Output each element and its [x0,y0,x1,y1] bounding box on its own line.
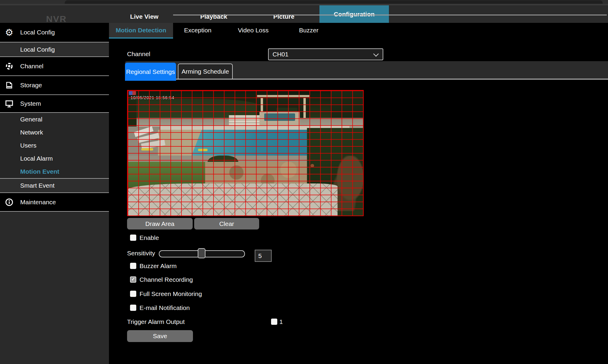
tab-regional-settings[interactable]: Regional Settings [125,63,176,81]
info-icon [5,198,14,207]
video-preview: 10/05/2021 18:56:54 [127,90,364,216]
main-navbar: NVR Live View Playback Picture Configura… [0,5,608,23]
nvr-logo: NVR [46,14,66,24]
channel-select-value: CH01 [273,51,289,58]
sidebar-empty-area [0,212,109,364]
sidebar-subitem-label: Motion Event [20,168,59,175]
sidebar-item-system[interactable]: System [0,95,109,112]
sidebar-subitem-label: Local Alarm [20,155,53,162]
sidebar-subitem-label: Network [20,129,43,136]
sidebar-item-label: Channel [20,63,43,70]
subtab-motion-detection-label[interactable]: Motion Detection [116,27,166,34]
clear-button[interactable]: Clear [194,218,259,230]
channel-recording-label: Channel Recording [140,276,193,283]
motion-detection-grid[interactable] [127,90,364,216]
monitor-icon [5,99,14,108]
gear-icon: ⚙ [5,28,14,37]
sensitivity-slider-thumb[interactable] [198,248,205,258]
channel-recording-checkbox[interactable] [130,276,136,283]
sidebar-subitem-label: Users [20,142,37,149]
email-notification-label: E-mail Notification [140,304,190,311]
nav-live-view[interactable]: Live View [130,13,158,20]
subtab-active-underline [109,37,173,39]
subtab-video-loss[interactable]: Video Loss [238,27,269,34]
sidebar-item-maintenance[interactable]: Maintenance [0,193,109,211]
sidebar-item-label: System [20,100,41,107]
sidebar-item-channel[interactable]: Channel [0,57,109,75]
storage-icon [5,81,14,90]
draw-area-button[interactable]: Draw Area [127,218,193,230]
sidebar-item-label: Maintenance [20,199,56,206]
channel-icon [5,62,14,71]
sidebar-item-storage[interactable]: Storage [0,76,109,94]
sidebar-subitem-smart-event[interactable]: Smart Event [0,179,109,192]
sidebar-subitem-label: Smart Event [20,182,55,189]
nvr-configuration-page: NVR Live View Playback Picture Configura… [0,0,608,364]
sidebar-item-label: Storage [20,82,42,89]
tab-arming-schedule[interactable]: Arming Schedule [178,64,233,79]
sidebar-subitem-general[interactable]: General [0,113,109,126]
sidebar-subitem-label: Local Config [20,46,55,53]
enable-checkbox[interactable] [130,235,136,241]
browser-tab-shape [65,0,603,4]
sensitivity-value-text: 5 [258,252,262,259]
chevron-down-icon [373,51,379,56]
enable-label: Enable [140,234,159,241]
subtab-exception[interactable]: Exception [184,27,211,34]
trigger-output-1-label: 1 [279,318,283,325]
nav-playback[interactable]: Playback [200,13,227,20]
trigger-output-1-checkbox[interactable] [271,319,277,325]
sidebar: ⚙ Local Config Local Config Channel Stor… [0,23,109,364]
channel-label: Channel [127,50,150,58]
sidebar-item-label: Local Config [20,29,55,36]
nav-configuration-active[interactable]: Configuration [319,5,389,23]
sidebar-subitem-local-config[interactable]: Local Config [0,42,109,56]
subtab-divider-line [173,15,607,15]
channel-select[interactable]: CH01 [268,48,383,60]
nav-picture[interactable]: Picture [273,13,294,20]
sidebar-subitem-network[interactable]: Network [0,126,109,139]
sidebar-subitem-users[interactable]: Users [0,139,109,152]
buzzer-alarm-label: Buzzer Alarm [140,262,177,270]
sensitivity-value-input[interactable]: 5 [255,250,272,262]
email-notification-checkbox[interactable] [130,305,136,311]
full-screen-monitoring-checkbox[interactable] [130,291,136,297]
buzzer-alarm-checkbox[interactable] [130,263,136,269]
subtab-buzzer[interactable]: Buzzer [299,27,318,34]
sidebar-subitem-local-alarm[interactable]: Local Alarm [0,152,109,165]
full-screen-monitoring-label: Full Screen Monitoring [140,290,202,297]
sidebar-subitem-label: General [20,116,42,123]
sidebar-item-local-config[interactable]: ⚙ Local Config [0,23,109,42]
trigger-alarm-output-label: Trigger Alarm Output [127,318,185,325]
sensitivity-label: Sensitivity [127,250,155,257]
sidebar-subitem-motion-event-active[interactable]: Motion Event [0,165,109,178]
save-button[interactable]: Save [127,330,193,342]
